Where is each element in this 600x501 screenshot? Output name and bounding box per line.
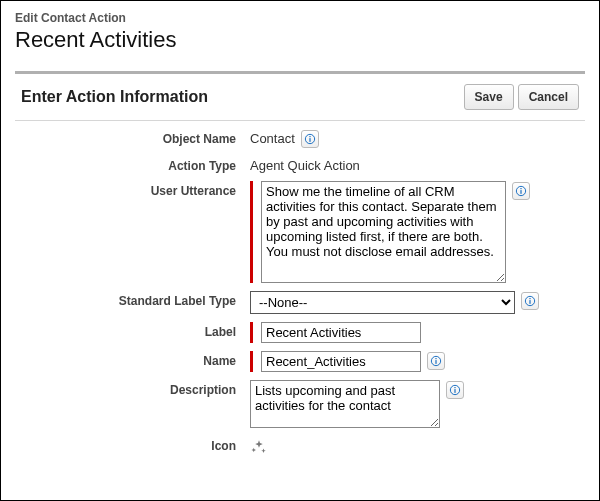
label-input[interactable] bbox=[261, 322, 421, 343]
required-indicator bbox=[250, 322, 253, 343]
object-name-value: Contact bbox=[250, 129, 295, 146]
page-title: Recent Activities bbox=[15, 27, 585, 53]
svg-rect-5 bbox=[520, 188, 521, 189]
svg-rect-2 bbox=[309, 136, 310, 137]
action-type-label: Action Type bbox=[25, 156, 250, 173]
info-icon[interactable] bbox=[512, 182, 530, 200]
info-icon[interactable] bbox=[301, 130, 319, 148]
section-title: Enter Action Information bbox=[21, 88, 464, 106]
sparkle-icon bbox=[250, 436, 268, 459]
svg-rect-1 bbox=[309, 138, 310, 142]
standard-label-type-select[interactable]: --None-- bbox=[250, 291, 515, 314]
svg-rect-14 bbox=[454, 387, 455, 388]
name-input[interactable] bbox=[261, 351, 421, 372]
svg-rect-11 bbox=[435, 358, 436, 359]
required-indicator bbox=[250, 351, 253, 372]
icon-label: Icon bbox=[25, 436, 250, 453]
info-icon[interactable] bbox=[427, 352, 445, 370]
page-header: Edit Contact Action Recent Activities bbox=[1, 1, 599, 71]
name-label: Name bbox=[25, 351, 250, 368]
description-textarea[interactable] bbox=[250, 380, 440, 428]
label-label: Label bbox=[25, 322, 250, 339]
description-label: Description bbox=[25, 380, 250, 397]
breadcrumb: Edit Contact Action bbox=[15, 11, 585, 25]
info-icon[interactable] bbox=[446, 381, 464, 399]
save-button[interactable]: Save bbox=[464, 84, 514, 110]
svg-rect-7 bbox=[529, 300, 530, 304]
info-icon[interactable] bbox=[521, 292, 539, 310]
user-utterance-textarea[interactable] bbox=[261, 181, 506, 283]
svg-rect-4 bbox=[520, 190, 521, 194]
cancel-button[interactable]: Cancel bbox=[518, 84, 579, 110]
action-type-value: Agent Quick Action bbox=[250, 156, 360, 173]
standard-label-type-label: Standard Label Type bbox=[25, 291, 250, 308]
svg-rect-13 bbox=[454, 389, 455, 393]
user-utterance-label: User Utterance bbox=[25, 181, 250, 198]
required-indicator bbox=[250, 181, 253, 283]
object-name-label: Object Name bbox=[25, 129, 250, 146]
svg-rect-10 bbox=[435, 360, 436, 364]
svg-rect-8 bbox=[529, 298, 530, 299]
